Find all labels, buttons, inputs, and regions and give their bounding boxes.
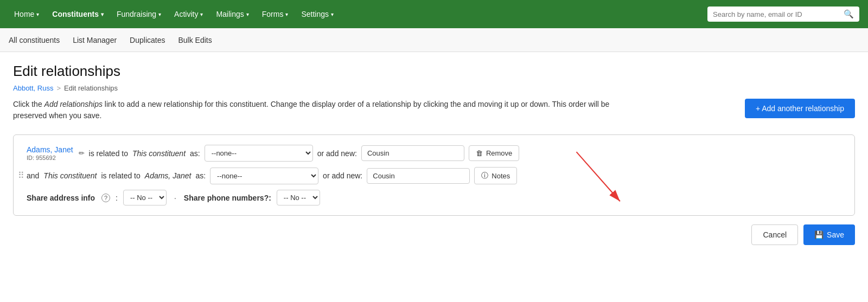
search-input[interactable] <box>713 10 840 18</box>
share-phone-select[interactable]: -- No -- <box>277 190 320 205</box>
relationship-row-1: Adams, Janet ID: 955692 ✏ is related to … <box>27 145 841 162</box>
instruction-text: Click the Add relationships link to add … <box>13 99 610 121</box>
breadcrumb-current: Edit relationships <box>64 84 118 92</box>
notes-label: Notes <box>492 172 510 180</box>
as-text-1: as: <box>190 149 200 158</box>
cousin-input-1[interactable] <box>361 145 464 161</box>
top-navigation: Home ▾ Constituents ▾ Fundraising ▾ Acti… <box>0 0 868 28</box>
as-text-2: as: <box>195 171 206 180</box>
nav-home-label: Home <box>14 10 34 18</box>
nav-settings[interactable]: Settings ▾ <box>296 7 339 22</box>
nav-activity-chevron: ▾ <box>200 11 203 17</box>
person-id: ID: 955692 <box>27 155 73 161</box>
nav-activity[interactable]: Activity ▾ <box>169 7 208 22</box>
this-constituent-text-2: This constituent <box>43 171 97 180</box>
search-box: 🔍 <box>707 7 859 22</box>
info-icon: ⓘ <box>481 171 488 181</box>
or-add-new-label-1: or add new: <box>317 149 357 158</box>
breadcrumb-separator: > <box>56 84 61 92</box>
relationship-card-wrapper: ⠿ Adams, Janet ID: 955692 ✏ is related t… <box>13 134 855 216</box>
or-add-new-label-2: or add new: <box>323 171 362 180</box>
drag-handle[interactable]: ⠿ <box>18 170 24 181</box>
breadcrumb-link[interactable]: Abbott, Russ <box>13 84 53 92</box>
trash-icon: 🗑 <box>476 149 483 157</box>
and-text: and <box>27 171 39 180</box>
share-address-help-icon[interactable]: ? <box>101 194 110 202</box>
share-address-label: Share address info <box>27 194 95 202</box>
cancel-button[interactable]: Cancel <box>751 224 798 245</box>
subnav-duplicates[interactable]: Duplicates <box>130 34 165 47</box>
relationship-type-select-1[interactable]: --none-- <box>205 145 313 162</box>
cousin-input-2[interactable] <box>367 168 470 184</box>
nav-home[interactable]: Home ▾ <box>9 7 44 22</box>
nav-mailings-chevron: ▾ <box>246 11 249 17</box>
this-constituent-text-1: This constituent <box>132 149 186 158</box>
remove-button[interactable]: 🗑 Remove <box>469 145 519 161</box>
page-title: Edit relationships <box>13 63 855 80</box>
page-content: Edit relationships Abbott, Russ > Edit r… <box>0 52 868 256</box>
remove-label: Remove <box>486 149 512 157</box>
dot-separator: · <box>174 194 176 202</box>
edit-person-icon[interactable]: ✏ <box>79 149 85 157</box>
nav-forms-chevron: ▾ <box>285 11 288 17</box>
nav-activity-label: Activity <box>174 10 198 18</box>
sub-navigation: All constituents List Manager Duplicates… <box>0 28 868 52</box>
nav-constituents-chevron: ▾ <box>101 11 104 17</box>
nav-mailings-label: Mailings <box>216 10 244 18</box>
relationship-card: ⠿ Adams, Janet ID: 955692 ✏ is related t… <box>13 134 855 216</box>
nav-forms[interactable]: Forms ▾ <box>257 7 294 22</box>
save-button[interactable]: 💾 Save <box>803 224 855 245</box>
add-another-relationship-button[interactable]: + Add another relationship <box>745 99 855 118</box>
is-related-to-text-2: is related to <box>101 171 140 180</box>
share-address-select[interactable]: -- No -- <box>123 190 167 205</box>
is-related-to-text: is related to <box>89 149 128 158</box>
notes-button[interactable]: ⓘ Notes <box>474 167 517 184</box>
share-row: Share address info ? : -- No -- · Share … <box>27 190 841 205</box>
colon-sep: : <box>116 194 118 202</box>
relationship-row-2: and This constituent is related to Adams… <box>27 167 841 184</box>
nav-mailings[interactable]: Mailings ▾ <box>210 7 254 22</box>
save-icon: 💾 <box>814 230 824 239</box>
person-name-link[interactable]: Adams, Janet <box>27 145 73 154</box>
share-phone-label: Share phone numbers?: <box>184 194 271 202</box>
nav-fundraising-chevron: ▾ <box>158 11 161 17</box>
footer-actions: Cancel 💾 Save <box>13 224 855 245</box>
nav-fundraising[interactable]: Fundraising ▾ <box>111 7 167 22</box>
nav-fundraising-label: Fundraising <box>117 10 156 18</box>
nav-home-chevron: ▾ <box>36 11 39 17</box>
instruction-italic: Add relationships <box>44 100 103 108</box>
breadcrumb: Abbott, Russ > Edit relationships <box>13 84 855 92</box>
nav-settings-label: Settings <box>301 10 329 18</box>
instruction-row: Click the Add relationships link to add … <box>13 99 855 121</box>
adams-janet-text: Adams, Janet <box>145 171 192 180</box>
save-label: Save <box>827 230 844 239</box>
nav-forms-label: Forms <box>262 10 284 18</box>
nav-constituents-label: Constituents <box>52 10 99 18</box>
nav-settings-chevron: ▾ <box>331 11 334 17</box>
subnav-bulk-edits[interactable]: Bulk Edits <box>178 34 212 47</box>
subnav-all-constituents[interactable]: All constituents <box>9 34 60 47</box>
relationship-type-select-2[interactable]: --none-- <box>210 168 318 184</box>
search-icon: 🔍 <box>844 9 854 19</box>
subnav-list-manager[interactable]: List Manager <box>73 34 117 47</box>
nav-constituents[interactable]: Constituents ▾ <box>47 7 109 22</box>
person-block: Adams, Janet ID: 955692 <box>27 145 73 161</box>
